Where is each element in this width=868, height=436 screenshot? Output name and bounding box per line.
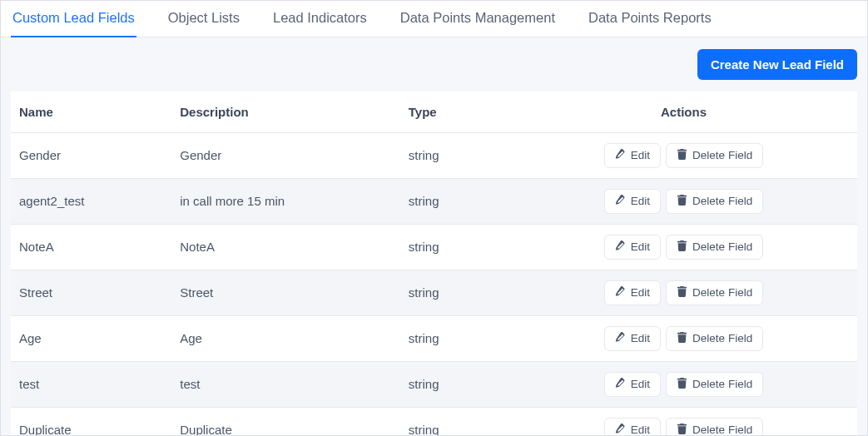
- delete-button-label: Delete Field: [692, 195, 752, 207]
- cell-name: test: [11, 362, 171, 408]
- cell-description: Street: [171, 270, 400, 316]
- cell-name: Street: [11, 270, 171, 316]
- edit-button[interactable]: Edit: [604, 418, 661, 436]
- edit-button-label: Edit: [631, 149, 650, 161]
- edit-button-label: Edit: [631, 424, 650, 435]
- cell-actions: EditDelete Field: [510, 270, 857, 316]
- edit-icon: [615, 286, 626, 300]
- table-row: DuplicateDuplicatestringEditDelete Field: [11, 408, 857, 436]
- edit-button[interactable]: Edit: [604, 143, 661, 168]
- cell-actions: EditDelete Field: [510, 316, 857, 362]
- edit-button[interactable]: Edit: [604, 326, 661, 351]
- tabs-bar: Custom Lead FieldsObject ListsLead Indic…: [1, 1, 867, 37]
- edit-button[interactable]: Edit: [604, 189, 661, 214]
- trash-icon: [677, 286, 687, 300]
- edit-button-label: Edit: [631, 378, 650, 390]
- cell-description: Age: [171, 316, 400, 362]
- cell-type: string: [400, 270, 510, 316]
- delete-button-label: Delete Field: [692, 149, 752, 161]
- delete-field-button[interactable]: Delete Field: [666, 143, 763, 168]
- lead-fields-table: Name Description Type Actions GenderGend…: [11, 92, 857, 436]
- edit-icon: [615, 149, 626, 162]
- cell-description: Duplicate: [171, 408, 400, 436]
- trash-icon: [677, 332, 687, 345]
- col-header-actions: Actions: [510, 92, 857, 133]
- delete-button-label: Delete Field: [692, 332, 752, 344]
- panel-custom-lead-fields: Create New Lead Field Name Description T…: [1, 37, 867, 436]
- table-header-row: Name Description Type Actions: [11, 92, 857, 133]
- tab-lead-indicators[interactable]: Lead Indicators: [271, 1, 369, 37]
- trash-icon: [677, 195, 687, 208]
- edit-button-label: Edit: [631, 286, 650, 299]
- cell-description: Gender: [171, 133, 400, 179]
- edit-icon: [615, 240, 626, 254]
- delete-button-label: Delete Field: [692, 286, 752, 299]
- delete-button-label: Delete Field: [692, 378, 752, 390]
- edit-button[interactable]: Edit: [604, 372, 661, 397]
- cell-actions: EditDelete Field: [510, 179, 857, 225]
- cell-actions: EditDelete Field: [510, 225, 857, 270]
- cell-description: NoteA: [171, 225, 400, 270]
- edit-button-label: Edit: [631, 195, 650, 207]
- cell-name: Age: [11, 316, 171, 362]
- cell-actions: EditDelete Field: [510, 408, 857, 436]
- cell-type: string: [400, 179, 510, 225]
- cell-description: test: [171, 362, 400, 408]
- table-row: agent2_testin call more 15 minstringEdit…: [11, 179, 857, 225]
- tab-object-lists[interactable]: Object Lists: [166, 1, 241, 37]
- cell-actions: EditDelete Field: [510, 133, 857, 179]
- cell-type: string: [400, 225, 510, 270]
- delete-field-button[interactable]: Delete Field: [666, 418, 763, 436]
- col-header-type: Type: [400, 92, 510, 133]
- tab-data-points-management[interactable]: Data Points Management: [399, 1, 557, 37]
- table-row: GenderGenderstringEditDelete Field: [11, 133, 857, 179]
- cell-type: string: [400, 316, 510, 362]
- cell-name: Duplicate: [11, 408, 171, 436]
- col-header-description: Description: [171, 92, 400, 133]
- delete-field-button[interactable]: Delete Field: [666, 235, 763, 260]
- cell-actions: EditDelete Field: [510, 362, 857, 408]
- table-row: StreetStreetstringEditDelete Field: [11, 270, 857, 316]
- delete-field-button[interactable]: Delete Field: [666, 280, 763, 305]
- trash-icon: [677, 149, 687, 162]
- delete-field-button[interactable]: Delete Field: [666, 326, 763, 351]
- tab-data-points-reports[interactable]: Data Points Reports: [587, 1, 713, 37]
- edit-button[interactable]: Edit: [604, 280, 661, 305]
- cell-name: agent2_test: [11, 179, 171, 225]
- tab-custom-lead-fields[interactable]: Custom Lead Fields: [11, 1, 136, 37]
- trash-icon: [677, 240, 687, 254]
- edit-icon: [615, 424, 626, 436]
- table-row: testteststringEditDelete Field: [11, 362, 857, 408]
- edit-icon: [615, 378, 626, 391]
- cell-description: in call more 15 min: [171, 179, 400, 225]
- delete-field-button[interactable]: Delete Field: [666, 372, 763, 397]
- table-row: NoteANoteAstringEditDelete Field: [11, 225, 857, 270]
- cell-type: string: [400, 408, 510, 436]
- create-new-lead-field-button[interactable]: Create New Lead Field: [697, 49, 857, 80]
- cell-type: string: [400, 133, 510, 179]
- edit-icon: [615, 195, 626, 208]
- app-frame: Custom Lead FieldsObject ListsLead Indic…: [0, 0, 868, 436]
- edit-button-label: Edit: [631, 332, 650, 344]
- edit-button-label: Edit: [631, 240, 650, 253]
- cell-name: Gender: [11, 133, 171, 179]
- delete-button-label: Delete Field: [692, 424, 752, 435]
- delete-button-label: Delete Field: [692, 240, 752, 253]
- cell-name: NoteA: [11, 225, 171, 270]
- edit-button[interactable]: Edit: [604, 235, 661, 260]
- table-row: AgeAgestringEditDelete Field: [11, 316, 857, 362]
- toolbar: Create New Lead Field: [11, 49, 857, 80]
- cell-type: string: [400, 362, 510, 408]
- trash-icon: [677, 424, 687, 436]
- delete-field-button[interactable]: Delete Field: [666, 189, 763, 214]
- trash-icon: [677, 378, 687, 391]
- col-header-name: Name: [11, 92, 171, 133]
- edit-icon: [615, 332, 626, 345]
